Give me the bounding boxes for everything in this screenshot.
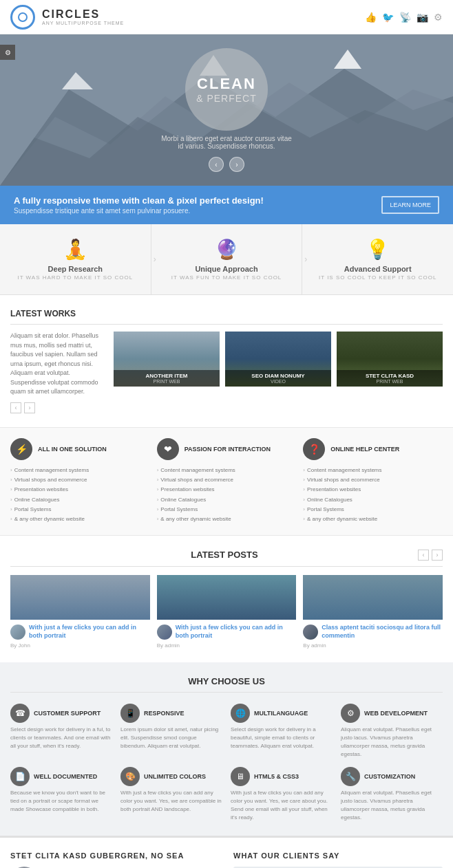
photo-icon[interactable]: 📷: [417, 12, 428, 23]
posts-next-button[interactable]: ›: [432, 550, 443, 561]
post-title-2[interactable]: Class aptent taciti sociosqu ad litora f…: [322, 624, 443, 640]
service-header-0: ⚡ ALL IN ONE SOLUTION: [10, 438, 150, 460]
post-by-2: By admin: [303, 642, 443, 649]
why-item-2: 🌐 MULTILANGUAGE Select design work for d…: [231, 704, 333, 759]
service-list-item: Virtual shops and ecommerce: [10, 475, 150, 485]
service-list-2: Content management systems Virtual shops…: [303, 466, 443, 525]
testimonial-right: WHAT OUR CLIENTS SAY Lorem ipsum dolor s…: [233, 851, 443, 868]
feature-arrow-1: ›: [304, 254, 307, 264]
learn-more-button[interactable]: LEARN MORE: [381, 196, 439, 214]
why-desc-2: Select design work for delivery in a bea…: [231, 726, 333, 750]
hero-title: CLEAN: [197, 75, 256, 93]
hero-prev-button[interactable]: ‹: [209, 157, 224, 172]
why-icon-3: ⚙: [341, 704, 360, 723]
hero-arrows: ‹ ›: [158, 157, 295, 172]
why-name-5: UNLIMITED COLORS: [144, 773, 206, 780]
work-title-1: SEO DIAM NONUMY: [228, 373, 328, 379]
why-icon-2: 🌐: [231, 704, 250, 723]
works-text: Aliquam sit erat dolor. Phasellus mus mu…: [10, 332, 107, 413]
service-list-0: Content management systems Virtual shops…: [10, 466, 150, 525]
testimonial-right-label: WHAT OUR CLIENTS SAY: [233, 851, 443, 860]
latest-works-section: LATEST WORKS Aliquam sit erat dolor. Pha…: [0, 295, 453, 427]
feature-sub-0: IT WAS HARD TO MAKE IT SO COOL: [10, 274, 140, 281]
work-title-2: STET CLITA KASD: [339, 373, 440, 379]
service-header-1: ❤ PASSION FOR INTERACTION: [157, 438, 297, 460]
post-author-row-0: With just a few clicks you can add in bo…: [10, 624, 150, 640]
service-name-2: ONLINE HELP CENTER: [330, 446, 399, 453]
why-item-4: 📄 WELL DOCUMENTED Because we know you do…: [10, 767, 112, 822]
service-list-item: & any other dynamic website: [157, 514, 297, 524]
post-by-0: By John: [10, 642, 150, 649]
why-icon-row-6: 🖥 HTML5 & CSS3: [231, 767, 333, 786]
service-list-item: & any other dynamic website: [10, 514, 150, 524]
works-prev-button[interactable]: ‹: [10, 402, 21, 413]
works-images: ANOTHER ITEM PRINT WEB SEO DIAM NONUMY V…: [114, 332, 443, 413]
post-by-1: By admin: [157, 642, 297, 649]
like-icon[interactable]: 👍: [365, 12, 377, 23]
why-choose-section: WHY CHOOSE US ☎ CUSTOMER SUPPORT Select …: [0, 662, 453, 836]
post-title-1[interactable]: With just a few clicks you can add in bo…: [176, 624, 297, 640]
post-author-row-2: Class aptent taciti sociosqu ad litora f…: [303, 624, 443, 640]
post-avatar-1: [157, 625, 172, 640]
why-icon-row-4: 📄 WELL DOCUMENTED: [10, 767, 112, 786]
work-item-1[interactable]: SEO DIAM NONUMY VIDEO: [225, 332, 331, 387]
service-list-item: Online Catalogues: [303, 495, 443, 505]
work-sub-2: PRINT WEB: [339, 379, 440, 384]
why-icon-row-2: 🌐 MULTILANGUAGE: [231, 704, 333, 723]
feature-arrow-0: ›: [154, 254, 156, 264]
service-list-item: Virtual shops and ecommerce: [157, 475, 297, 485]
why-icon-7: 🔧: [341, 767, 360, 786]
why-desc-3: Aliquam erat volutpat. Phasellus eget ju…: [341, 726, 443, 759]
service-icon-1: ❤: [157, 438, 179, 460]
why-name-7: CUSTOMIZATION: [364, 773, 415, 780]
hero-subtitle: & PERFECT: [196, 93, 257, 104]
feature-title-2: Advanced Support: [313, 265, 443, 273]
feature-title-1: Unique Approach: [162, 265, 292, 273]
post-avatar-0: [10, 625, 25, 640]
why-name-3: WEB DEVELOPMENT: [364, 710, 428, 717]
works-next-button[interactable]: ›: [24, 402, 35, 413]
work-sub-1: VIDEO: [228, 379, 328, 384]
posts-prev-button[interactable]: ‹: [418, 550, 429, 561]
feature-item-approach: 🔮 Unique Approach IT WAS FUN TO MAKE IT …: [151, 224, 303, 294]
why-name-2: MULTILANGUAGE: [254, 710, 308, 717]
service-icon-2: ❓: [303, 438, 325, 460]
why-name-4: WELL DOCUMENTED: [34, 773, 97, 780]
post-image-2: [303, 575, 443, 620]
hero-body: Morbi a libero eget erat auctor cursus v…: [158, 135, 295, 150]
why-desc-0: Select design work for delivery in a ful…: [10, 726, 112, 750]
rss-icon[interactable]: 📡: [399, 12, 411, 23]
hero-next-button[interactable]: ›: [229, 157, 244, 172]
latest-posts-section: LATEST POSTS ‹ › With just a few clicks …: [0, 536, 453, 662]
work-item-2[interactable]: STET CLITA KASD PRINT WEB: [337, 332, 443, 387]
logo-text-area: CIRCLES ANY MULTIPURPOSE THEME: [42, 8, 124, 25]
settings-button[interactable]: ⚙: [0, 45, 15, 60]
post-title-0[interactable]: With just a few clicks you can add in bo…: [29, 624, 150, 640]
service-list-item: Virtual shops and ecommerce: [303, 475, 443, 485]
post-author-row-1: With just a few clicks you can add in bo…: [157, 624, 297, 640]
service-list-item: Online Catalogues: [10, 495, 150, 505]
why-icon-row-7: 🔧 CUSTOMIZATION: [341, 767, 443, 786]
why-item-0: ☎ CUSTOMER SUPPORT Select design work fo…: [10, 704, 112, 759]
services-section: ⚡ ALL IN ONE SOLUTION Content management…: [0, 427, 453, 536]
testimonial-section: STET CLITA KASD GUBERGREN, NO SEA Lorem …: [0, 836, 453, 868]
works-nav: ‹ ›: [10, 402, 107, 413]
work-item-0[interactable]: ANOTHER ITEM PRINT WEB: [114, 332, 220, 387]
why-title: WHY CHOOSE US: [10, 676, 443, 693]
banner-text: A fully responsive theme with clean & pi…: [14, 195, 264, 215]
blue-banner: A fully responsive theme with clean & pi…: [0, 186, 453, 224]
why-icon-row-3: ⚙ WEB DEVELOPMENT: [341, 704, 443, 723]
work-overlay-2: STET CLITA KASD PRINT WEB: [337, 370, 443, 387]
feature-item-support: 💡 Advanced Support IT IS SO COOL TO KEEP…: [302, 224, 453, 294]
feature-item-research: 🧘 Deep Research IT WAS HARD TO MAKE IT S…: [0, 224, 151, 294]
service-list-item: & any other dynamic website: [303, 514, 443, 524]
twitter-icon[interactable]: 🐦: [382, 12, 394, 23]
work-sub-0: PRINT WEB: [116, 379, 217, 384]
service-icon-0: ⚡: [10, 438, 32, 460]
why-item-3: ⚙ WEB DEVELOPMENT Aliquam erat volutpat.…: [341, 704, 443, 759]
service-header-2: ❓ ONLINE HELP CENTER: [303, 438, 443, 460]
why-desc-4: Because we know you don't want to be tie…: [10, 789, 112, 814]
settings-nav-icon[interactable]: ⚙: [434, 12, 443, 23]
work-overlay-0: ANOTHER ITEM PRINT WEB: [114, 370, 220, 387]
approach-icon: 🔮: [162, 238, 292, 261]
